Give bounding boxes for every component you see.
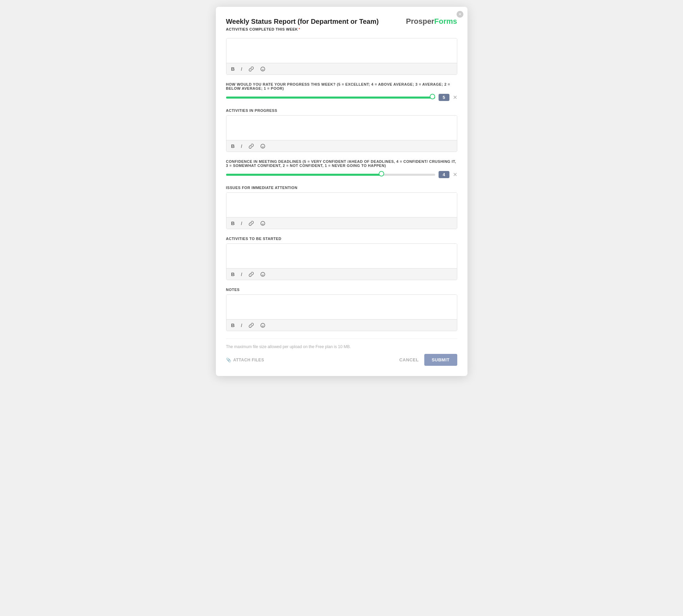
- confidence-deadlines-input[interactable]: [226, 174, 435, 176]
- confidence-deadlines-clear[interactable]: ✕: [453, 171, 457, 178]
- activities-to-start-toolbar: B I: [226, 268, 457, 280]
- paperclip-icon: 📎: [226, 358, 232, 362]
- italic-button-1[interactable]: I: [239, 65, 243, 72]
- svg-point-6: [261, 221, 265, 225]
- brand-logo: ProsperForms: [406, 17, 457, 26]
- issues-attention-label: ISSUES FOR IMMEDIATE ATTENTION: [226, 186, 457, 190]
- issues-attention-editor: B I: [226, 192, 457, 229]
- progress-rating-value: 5: [439, 94, 449, 101]
- confidence-deadlines-value: 4: [439, 171, 449, 178]
- file-size-note: The maximum file size allowed per upload…: [226, 344, 457, 349]
- activities-completed-input[interactable]: [226, 38, 457, 62]
- form-subtitle: ACTIVITIES COMPLETED THIS WEEK*: [226, 27, 399, 31]
- activities-in-progress-input[interactable]: [226, 116, 457, 139]
- confidence-deadlines-row: 4 ✕: [226, 171, 457, 178]
- issues-attention-input[interactable]: [226, 193, 457, 216]
- activities-completed-section: B I: [226, 38, 457, 75]
- activities-to-start-editor: B I: [226, 243, 457, 280]
- svg-point-2: [263, 68, 263, 69]
- bold-button-1[interactable]: B: [230, 65, 236, 72]
- link-button-4[interactable]: [247, 271, 255, 278]
- progress-rating-row: 5 ✕: [226, 94, 457, 101]
- svg-point-3: [261, 144, 265, 148]
- close-button[interactable]: ✕: [457, 11, 463, 18]
- bold-button-2[interactable]: B: [230, 142, 236, 150]
- bold-button-4[interactable]: B: [230, 271, 236, 278]
- progress-rating-clear[interactable]: ✕: [453, 94, 457, 101]
- svg-point-10: [262, 274, 262, 274]
- notes-toolbar: B I: [226, 319, 457, 331]
- emoji-button-3[interactable]: [259, 220, 267, 227]
- svg-point-0: [261, 67, 265, 71]
- notes-label: NOTES: [226, 288, 457, 292]
- svg-point-11: [263, 274, 263, 274]
- modal-header: Weekly Status Report (for Department or …: [226, 17, 457, 31]
- activities-completed-toolbar: B I: [226, 63, 457, 74]
- svg-point-5: [263, 146, 263, 146]
- notes-editor: B I: [226, 294, 457, 331]
- svg-point-7: [262, 223, 262, 223]
- activities-to-start-section: ACTIVITIES TO BE STARTED B I: [226, 237, 457, 280]
- emoji-button-1[interactable]: [259, 66, 267, 72]
- svg-point-13: [262, 325, 262, 325]
- activities-in-progress-label: ACTIVITIES IN PROGRESS: [226, 108, 457, 113]
- confidence-deadlines-label: CONFIDENCE IN MEETING DEADLINES (5 = VER…: [226, 159, 457, 168]
- link-button-1[interactable]: [247, 66, 255, 72]
- brand-forms: Forms: [434, 17, 457, 26]
- notes-section: NOTES B I: [226, 288, 457, 331]
- emoji-button-4[interactable]: [259, 271, 267, 278]
- brand-prosper: Prosper: [406, 17, 434, 26]
- link-button-3[interactable]: [247, 220, 255, 227]
- required-indicator: *: [298, 27, 300, 31]
- bold-button-5[interactable]: B: [230, 322, 236, 329]
- link-button-5[interactable]: [247, 322, 255, 329]
- progress-rating-label: HOW WOULD YOU RATE YOUR PROGRESS THIS WE…: [226, 82, 457, 90]
- issues-attention-toolbar: B I: [226, 217, 457, 229]
- footer-actions: 📎 ATTACH FILES CANCEL SUBMIT: [226, 354, 457, 366]
- activities-in-progress-editor: B I: [226, 115, 457, 152]
- svg-point-1: [262, 68, 262, 69]
- italic-button-2[interactable]: I: [239, 142, 243, 150]
- svg-point-4: [262, 146, 262, 146]
- title-block: Weekly Status Report (for Department or …: [226, 17, 399, 31]
- emoji-button-5[interactable]: [259, 322, 267, 329]
- activities-in-progress-section: ACTIVITIES IN PROGRESS B I: [226, 108, 457, 152]
- activities-to-start-label: ACTIVITIES TO BE STARTED: [226, 237, 457, 241]
- italic-button-3[interactable]: I: [239, 220, 243, 227]
- modal-container: ✕ Weekly Status Report (for Department o…: [216, 7, 467, 376]
- cancel-button[interactable]: CANCEL: [399, 357, 419, 362]
- link-button-2[interactable]: [247, 143, 255, 150]
- issues-attention-section: ISSUES FOR IMMEDIATE ATTENTION B I: [226, 186, 457, 229]
- form-title: Weekly Status Report (for Department or …: [226, 17, 399, 26]
- attach-files-button[interactable]: 📎 ATTACH FILES: [226, 358, 264, 362]
- emoji-button-2[interactable]: [259, 143, 267, 150]
- progress-rating-track[interactable]: [226, 97, 435, 99]
- attach-files-label: ATTACH FILES: [233, 358, 264, 362]
- italic-button-4[interactable]: I: [239, 271, 243, 278]
- footer-right-buttons: CANCEL SUBMIT: [399, 354, 457, 366]
- activities-completed-editor: B I: [226, 38, 457, 75]
- bold-button-3[interactable]: B: [230, 220, 236, 227]
- submit-button[interactable]: SUBMIT: [424, 354, 457, 366]
- footer-section: The maximum file size allowed per upload…: [226, 339, 457, 366]
- confidence-deadlines-track[interactable]: [226, 174, 435, 176]
- italic-button-5[interactable]: I: [239, 322, 243, 329]
- svg-point-12: [261, 323, 265, 327]
- notes-input[interactable]: [226, 295, 457, 318]
- svg-point-8: [263, 223, 263, 223]
- progress-rating-section: HOW WOULD YOU RATE YOUR PROGRESS THIS WE…: [226, 82, 457, 101]
- activities-to-start-input[interactable]: [226, 244, 457, 267]
- progress-rating-input[interactable]: [226, 97, 435, 99]
- svg-point-9: [261, 272, 265, 276]
- confidence-deadlines-section: CONFIDENCE IN MEETING DEADLINES (5 = VER…: [226, 159, 457, 178]
- activities-in-progress-toolbar: B I: [226, 140, 457, 152]
- svg-point-14: [263, 325, 263, 325]
